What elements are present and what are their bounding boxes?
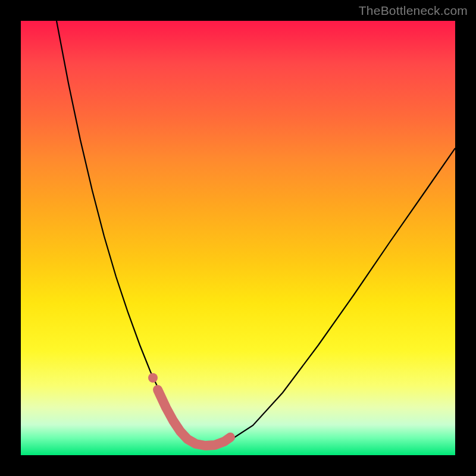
bottleneck-chart (21, 21, 455, 455)
valley-highlight-dot (148, 373, 158, 383)
valley-highlight-segment (158, 390, 230, 446)
bottleneck-curve-line (57, 21, 455, 445)
watermark-text: TheBottleneck.com (359, 4, 468, 18)
